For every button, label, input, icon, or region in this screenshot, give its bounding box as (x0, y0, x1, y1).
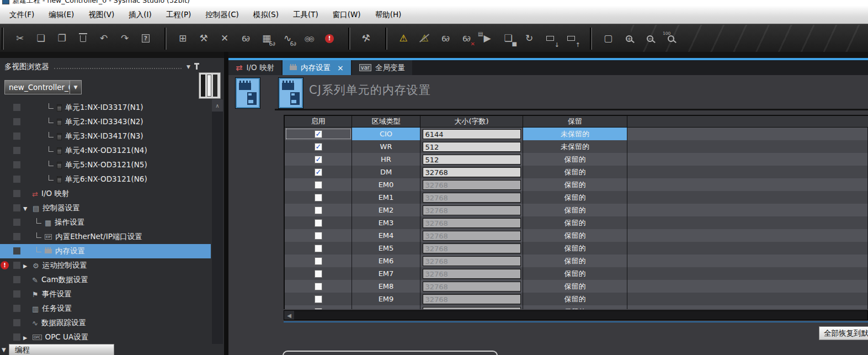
enable-cell[interactable] (285, 305, 352, 309)
expand-right-icon[interactable]: ▶ (23, 263, 29, 269)
go-online-icon[interactable]: ⚠ (396, 31, 411, 46)
retain-cell[interactable]: 未保留的 (523, 128, 627, 140)
zoom-in-icon[interactable]: + (622, 31, 636, 46)
go-offline-icon[interactable]: ⚠ (417, 31, 432, 46)
expand-right-icon[interactable]: ▶ (23, 335, 29, 341)
menu-s[interactable]: 模拟(S) (246, 7, 286, 23)
retain-cell[interactable]: 保留的 (523, 178, 627, 191)
retain-cell[interactable]: 保留的 (523, 153, 627, 166)
zoom-out-icon[interactable]: − (643, 31, 657, 46)
tree-item-unit2[interactable]: 单元2:NX-ID3343(N2) (0, 115, 211, 129)
cut-icon[interactable]: ✂ (13, 31, 27, 46)
monitor-icon[interactable]: 6∂ (438, 31, 452, 46)
menu-c[interactable]: 控制器(C) (198, 7, 246, 23)
enable-checkbox[interactable] (315, 245, 322, 252)
retain-cell[interactable]: 保留的 (523, 293, 627, 305)
enable-checkbox[interactable] (315, 219, 322, 227)
enable-cell[interactable] (285, 216, 352, 229)
rebuild-controller-icon[interactable]: ⚒ (359, 31, 374, 46)
retain-cell[interactable]: 保留的 (523, 280, 627, 293)
enable-checkbox[interactable] (315, 130, 322, 138)
retain-cell[interactable]: 保留的 (523, 242, 627, 255)
tree-item-opc-ua[interactable]: ▶OPCOPC UA设置 (0, 330, 211, 345)
tab-memory-settings[interactable]: 内存设置× (283, 60, 351, 75)
watch-window-icon[interactable]: 6∂ (238, 31, 253, 46)
tree-item-operation-settings[interactable]: ▦操作设置 (0, 215, 211, 230)
search-icon[interactable]: ◎◎ (301, 31, 316, 46)
area-type-cell[interactable]: EM0 (352, 178, 420, 191)
menu-e[interactable]: 编辑(E) (41, 7, 81, 23)
controller-selector[interactable]: new_Controller_0 ▼ (4, 80, 82, 94)
program-mode-icon[interactable]: ❏■ (501, 31, 515, 46)
area-type-cell[interactable]: WR (352, 140, 420, 153)
tree-item-task-settings[interactable]: ▥任务设置 (0, 301, 211, 316)
tree-item-unit4[interactable]: 单元4:NX-OD3121(N4) (0, 144, 211, 158)
menu-v[interactable]: 视图(V) (81, 7, 121, 23)
retain-cell[interactable]: 保留的 (523, 191, 627, 204)
enable-checkbox[interactable] (315, 283, 322, 290)
retain-cell[interactable]: 保留的 (523, 255, 627, 267)
tree-item-unit5[interactable]: 单元5:NX-OD3121(N5) (0, 158, 211, 172)
enable-cell[interactable] (285, 204, 352, 216)
waveform-watch-icon[interactable]: ∿6∂ (280, 31, 295, 46)
enable-cell[interactable] (285, 255, 352, 267)
scroll-up-button[interactable]: ∧ (212, 99, 223, 112)
expand-down-icon[interactable]: ▼ (23, 205, 29, 211)
enable-cell[interactable] (285, 128, 352, 140)
help-icon[interactable]: ? (139, 31, 153, 46)
delete-icon[interactable] (76, 31, 90, 46)
enable-checkbox[interactable] (315, 295, 322, 303)
tree-item-unit1[interactable]: 单元1:NX-ID3317(N1) (0, 100, 211, 115)
enable-cell[interactable] (285, 178, 352, 191)
area-type-cell[interactable]: EM2 (352, 204, 420, 216)
retain-cell[interactable]: 未保留的 (523, 140, 627, 153)
enable-checkbox[interactable] (315, 270, 322, 278)
menu-t[interactable]: 工具(T) (286, 7, 326, 23)
menu-p[interactable]: 工程(P) (159, 7, 199, 23)
tree-item-data-trace[interactable]: ∿数据跟踪设置 (0, 316, 211, 330)
menu-i[interactable]: 插入(I) (121, 7, 159, 23)
menu-h[interactable]: 帮助(H) (368, 7, 409, 23)
table-horizontal-scrollbar[interactable]: ◀ (284, 310, 868, 320)
redo-icon[interactable]: ↷ (118, 31, 132, 46)
retain-cell[interactable]: 保留的 (523, 229, 627, 242)
tree-scrollbar[interactable]: ∧ (212, 99, 223, 344)
size-input[interactable]: 512 (423, 142, 521, 152)
area-type-cell[interactable]: EM8 (352, 280, 420, 293)
collapse-triangle-icon[interactable]: ▼ (2, 347, 6, 353)
undo-icon[interactable]: ↶ (97, 31, 111, 46)
tree-item-io-map[interactable]: ⇄I/O 映射 (0, 187, 211, 201)
area-type-cell[interactable]: EM4 (352, 229, 420, 242)
abort-build-icon[interactable]: ✕ (217, 31, 232, 46)
area-type-cell[interactable]: EM1 (352, 191, 420, 204)
size-input[interactable]: 32768 (423, 167, 521, 177)
area-type-cell[interactable]: EM7 (352, 267, 420, 280)
enable-cell[interactable] (285, 153, 352, 166)
tree-item-motion-control[interactable]: !▶⚙运动控制设置 (0, 258, 211, 273)
area-type-cell[interactable]: DM (352, 166, 420, 178)
menu-f[interactable]: 文件(F) (2, 7, 41, 23)
enable-cell[interactable] (285, 293, 352, 305)
enable-cell[interactable] (285, 280, 352, 293)
tree-item-unit3[interactable]: 单元3:NX-ID3417(N3) (0, 129, 211, 144)
fit-zoom-icon[interactable]: ▢ (601, 31, 615, 46)
enable-checkbox[interactable] (315, 181, 322, 189)
menu-w[interactable]: 窗口(W) (326, 7, 368, 23)
transfer-from-controller-icon[interactable]: ↑ (564, 31, 578, 46)
enable-cell[interactable] (285, 166, 352, 178)
copy-icon[interactable]: ❏ (34, 31, 48, 46)
restore-all-defaults-button[interactable]: 全部恢复到默 (819, 326, 868, 340)
chevron-down-icon[interactable]: ▼ (187, 64, 190, 70)
enable-cell[interactable] (285, 267, 352, 280)
area-type-cell[interactable]: EM6 (352, 255, 420, 267)
enable-cell[interactable] (285, 191, 352, 204)
enable-checkbox[interactable] (315, 308, 322, 310)
tree-item-cam-data[interactable]: ✎Cam数据设置 (0, 273, 211, 287)
retain-cell[interactable]: 保留的 (523, 216, 627, 229)
enable-checkbox[interactable] (315, 194, 322, 202)
tree-item-controller-setup[interactable]: ▼▤控制器设置 (0, 201, 211, 215)
area-type-cell[interactable]: HR (352, 153, 420, 166)
size-input[interactable]: 512 (423, 155, 521, 165)
enable-cell[interactable] (285, 242, 352, 255)
area-type-cell[interactable]: EM9 (352, 293, 420, 305)
